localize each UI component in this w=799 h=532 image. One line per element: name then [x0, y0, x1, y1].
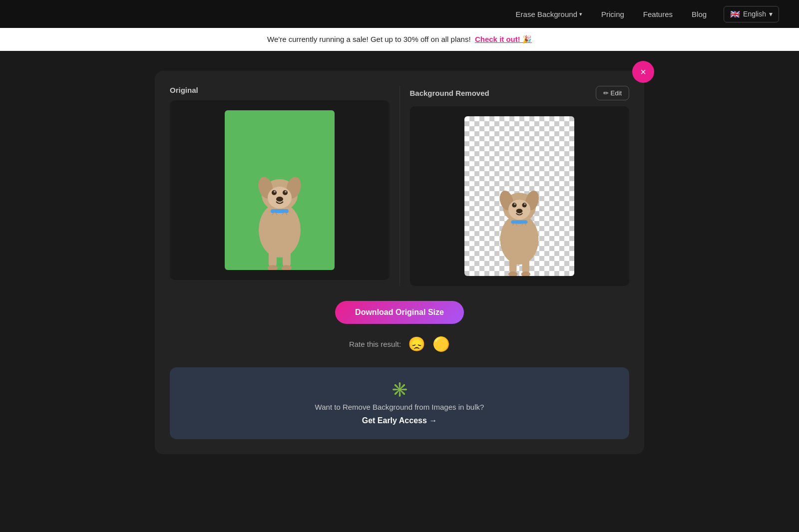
images-row: Original	[170, 86, 629, 286]
svg-rect-10	[271, 209, 289, 213]
get-early-access-link[interactable]: Get Early Access →	[362, 416, 437, 425]
svg-point-24	[516, 209, 523, 213]
sale-text: We're currently running a sale! Get up t…	[267, 35, 471, 43]
original-image	[225, 110, 335, 270]
svg-point-28	[508, 271, 517, 276]
sale-banner: We're currently running a sale! Get up t…	[0, 28, 799, 51]
removed-image	[464, 116, 574, 276]
sale-link[interactable]: Check it out! 🎉	[475, 35, 532, 43]
svg-rect-11	[269, 250, 277, 267]
removed-image-area	[410, 106, 630, 286]
dog-original-svg	[245, 150, 315, 270]
original-panel: Original	[170, 86, 390, 286]
svg-point-29	[521, 271, 530, 276]
svg-rect-25	[511, 220, 528, 224]
svg-point-23	[524, 203, 526, 205]
download-button[interactable]: Download Original Size	[335, 301, 464, 324]
removed-panel: Background Removed ✏ Edit	[410, 86, 630, 286]
svg-rect-27	[522, 258, 530, 273]
main-content: × Original	[0, 51, 799, 484]
nav-blog[interactable]: Blog	[685, 6, 714, 22]
edit-button[interactable]: ✏ Edit	[596, 86, 629, 100]
svg-point-7	[274, 191, 276, 193]
flag-icon: 🇬🇧	[730, 9, 740, 19]
language-selector[interactable]: 🇬🇧 English ▾	[724, 6, 779, 22]
removed-label-row: Background Removed ✏ Edit	[410, 86, 630, 100]
navbar: Erase Background ▾ Pricing Features Blog…	[0, 0, 799, 28]
svg-point-13	[268, 265, 278, 270]
sad-rating-button[interactable]: 😞	[408, 336, 425, 352]
chevron-down-icon: ▾	[579, 11, 582, 17]
nav-links: Erase Background ▾ Pricing Features Blog…	[509, 6, 779, 22]
nav-features[interactable]: Features	[636, 6, 680, 22]
neutral-rating-button[interactable]: 🟡	[432, 336, 450, 352]
bulk-icon: ✳️	[185, 381, 614, 398]
svg-point-8	[285, 191, 287, 193]
svg-point-22	[514, 203, 516, 205]
svg-point-9	[276, 197, 283, 202]
original-image-area	[170, 100, 390, 280]
nav-erase-background[interactable]: Erase Background ▾	[509, 6, 589, 22]
rating-row: Rate this result: 😞 🟡	[170, 336, 629, 352]
language-label: English	[743, 10, 766, 18]
svg-rect-26	[509, 258, 517, 273]
original-label: Original	[170, 86, 390, 94]
svg-rect-12	[283, 250, 291, 267]
bulk-card: ✳️ Want to Remove Background from Images…	[170, 367, 629, 439]
nav-pricing[interactable]: Pricing	[594, 6, 631, 22]
svg-point-14	[282, 265, 292, 270]
result-card: × Original	[155, 71, 644, 454]
close-button[interactable]: ×	[632, 61, 654, 83]
removed-label: Background Removed	[410, 89, 489, 97]
lang-chevron-icon: ▾	[769, 10, 773, 18]
rating-label: Rate this result:	[349, 340, 401, 348]
bulk-text: Want to Remove Background from Images in…	[185, 403, 614, 411]
dog-removed-svg	[487, 166, 552, 276]
panel-divider	[400, 86, 400, 286]
